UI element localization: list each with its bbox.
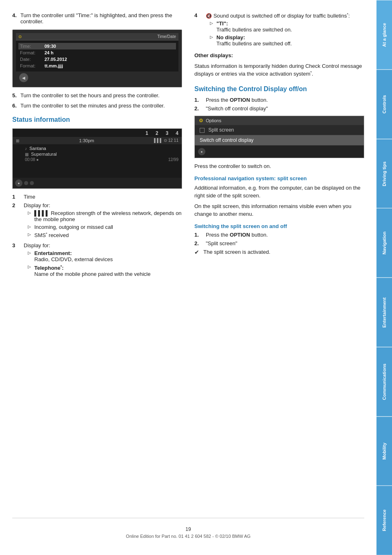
- tab-communications[interactable]: Communications: [376, 347, 392, 416]
- arrow-icon-no-display: ▷: [210, 35, 214, 39]
- field-value-format1: 24 h: [45, 50, 53, 55]
- options-nav-bar: ●: [195, 145, 364, 158]
- legend-num-1: 1: [12, 194, 24, 200]
- track-num: 12/99: [168, 157, 178, 162]
- control-step-2-text: "Switch off control display": [206, 105, 364, 112]
- control-display-steps: 1. Press the OPTION button. 2. "Switch o…: [194, 97, 364, 112]
- tab-mobility[interactable]: Mobility: [376, 416, 392, 486]
- track-time: 00:08 ●: [25, 157, 39, 162]
- bullet-text-reception: ▌▌▌▌ Reception strength of the wireless …: [34, 210, 182, 222]
- tab-driving-tips[interactable]: Driving tips: [376, 139, 392, 208]
- footer-text: Online Edition for Part no. 01 41 2 604 …: [12, 534, 364, 539]
- other-displays-text: Status information is temporarily hidden…: [194, 62, 364, 78]
- entertainment-desc: Radio, CD/DVD, external devices: [34, 256, 113, 262]
- right-step-4-num: 4: [194, 12, 206, 18]
- step-5: 5. Turn the controller to set the hours …: [12, 92, 182, 98]
- entertainment-label: Entertainment:: [34, 250, 72, 256]
- bullet-no-display: ▷ No display: Traffic bulletins are swit…: [206, 34, 364, 47]
- bullet-text-entertainment: Entertainment: Radio, CD/DVD, external d…: [34, 250, 182, 262]
- split-result: ✔ The split screen is activated.: [194, 249, 364, 255]
- legend-content-2: Display for: ▷ ▌▌▌▌ Reception strength o…: [24, 202, 182, 240]
- device-row-format1: Format: 24 h: [18, 49, 176, 56]
- arrow-icon-1: ▷: [28, 210, 32, 215]
- status-image: 1 2 3 4 ⊞ 1:30pm ▌▌▌ ⊙ 12 11: [12, 128, 182, 189]
- legend-bullets-2: ▷ ▌▌▌▌ Reception strength of the wireles…: [24, 210, 182, 238]
- split-step-2-num: 2.: [194, 240, 206, 246]
- step-4-text: Turn the controller until "Time:" is hig…: [20, 12, 182, 25]
- legend-label-3: Display for:: [24, 242, 50, 248]
- status-num-row: 1 2 3 4: [13, 129, 182, 137]
- pro-nav-heading: Professional navigation system: split sc…: [194, 175, 364, 181]
- right-step-4-content: 🔇 Sound output is switched off or displa…: [206, 12, 364, 48]
- arrow-icon-ti: ▷: [210, 21, 214, 25]
- bullet-text-no-display: No display: Traffic bulletins are switch…: [216, 34, 364, 47]
- left-column: 4. Turn the controller until "Time:" is …: [12, 12, 182, 510]
- bullet-telephone: ▷ Telephone*: Name of the mobile phone p…: [24, 264, 182, 277]
- step-4: 4. Turn the controller until "Time:" is …: [12, 12, 182, 25]
- control-step-1-num: 1.: [194, 97, 206, 103]
- status-info-bar: ⊞ 1:30pm ▌▌▌ ⊙ 12 11: [13, 137, 182, 144]
- bullet-entertainment: ▷ Entertainment: Radio, CD/DVD, external…: [24, 250, 182, 262]
- step-6-num: 6.: [12, 103, 20, 109]
- options-nav-icon: ●: [201, 150, 203, 154]
- tab-label-navigation: Navigation: [382, 232, 387, 255]
- field-label-format2: Format:: [20, 63, 45, 68]
- right-step-4-bullets: ▷ "TI": Traffic bulletins are switched o…: [206, 20, 364, 47]
- nav-circle-btn[interactable]: ●: [15, 179, 22, 187]
- split-step-1-num: 1.: [194, 232, 206, 238]
- field-label-time: Time:: [20, 44, 45, 49]
- tab-controls[interactable]: Controls: [376, 69, 392, 139]
- tab-reference[interactable]: Reference: [376, 486, 392, 555]
- right-step-4: 4 🔇 Sound output is switched off or disp…: [194, 12, 364, 48]
- tab-at-a-glance[interactable]: At a glance: [376, 0, 392, 69]
- checkbox-split: [200, 128, 205, 133]
- legend-list: 1 Time 2 Display for: ▷ ▌▌▌▌ Reception s…: [12, 194, 182, 279]
- page-footer: 19 Online Edition for Part no. 01 41 2 6…: [12, 518, 364, 543]
- music-icon: ♪: [25, 146, 27, 151]
- tab-label-reference: Reference: [382, 510, 387, 531]
- bullet-text-ti: "TI": Traffic bulletins are switched on.: [216, 20, 364, 33]
- options-item-switch-off[interactable]: Switch off control display: [195, 135, 364, 145]
- field-value-date: 27.05.2012: [45, 57, 67, 62]
- split-screen-steps: 1. Press the OPTION button. 2. "Split sc…: [194, 232, 364, 246]
- tab-label-entertainment: Entertainment: [382, 297, 387, 327]
- tab-navigation[interactable]: Navigation: [376, 208, 392, 278]
- split-screen-heading: Switching the split screen on and off: [194, 223, 364, 229]
- option-btn-label-1: OPTION: [230, 97, 250, 103]
- tab-entertainment[interactable]: Entertainment: [376, 278, 392, 347]
- tab-bar: At a glance Controls Driving tips Naviga…: [376, 0, 392, 555]
- playlist-icon: ▦: [25, 152, 29, 157]
- page-number: 19: [12, 526, 364, 532]
- nav-btn-left[interactable]: ◀: [22, 76, 25, 80]
- gear-icon: ⚙: [199, 118, 203, 123]
- clock-icon: ⊙: [18, 34, 22, 39]
- legend-text-1: Time: [24, 194, 182, 200]
- split-step-2-text: "Split screen": [206, 240, 364, 246]
- field-value-time: 09:30: [45, 44, 56, 49]
- legend-item-1: 1 Time: [12, 194, 182, 200]
- checkmark-icon: ✔: [194, 249, 201, 255]
- split-screen-label: Split screen: [208, 127, 234, 133]
- step-6: 6. Turn the controller to set the minute…: [12, 103, 182, 109]
- control-step-1-text: Press the OPTION button.: [206, 97, 364, 103]
- device-row-format2: Format: tt.mm.jjjj: [18, 63, 176, 69]
- step-5-num: 5.: [12, 92, 20, 98]
- options-nav-btn[interactable]: ●: [198, 148, 205, 155]
- status-num-3: 3: [166, 130, 169, 136]
- step-5-text: Turn the controller to set the hours and…: [20, 92, 182, 98]
- control-step-2-num: 2.: [194, 105, 206, 112]
- arrow-icon-3: ▷: [28, 232, 32, 237]
- legend-content-3: Display for: ▷ Entertainment: Radio, CD/…: [24, 242, 182, 278]
- device-screen: Time: 09:30 Format: 24 h Date: 27.05.201…: [16, 40, 178, 72]
- switch-off-label: Switch off control display: [200, 137, 254, 143]
- control-step-2: 2. "Switch off control display": [194, 105, 364, 112]
- options-item-split-screen[interactable]: Split screen: [195, 125, 364, 135]
- artist-name: Santana: [29, 146, 46, 151]
- device-row-time: Time: 09:30: [18, 43, 176, 49]
- legend-bullets-3: ▷ Entertainment: Radio, CD/DVD, external…: [24, 250, 182, 277]
- nav-circle-icon: ●: [18, 181, 20, 185]
- ti-label: "TI":: [216, 20, 228, 27]
- field-label-format1: Format:: [20, 50, 45, 55]
- bullet-sms: ▷ SMS* received: [24, 232, 182, 238]
- legend-item-2: 2 Display for: ▷ ▌▌▌▌ Reception strength…: [12, 202, 182, 240]
